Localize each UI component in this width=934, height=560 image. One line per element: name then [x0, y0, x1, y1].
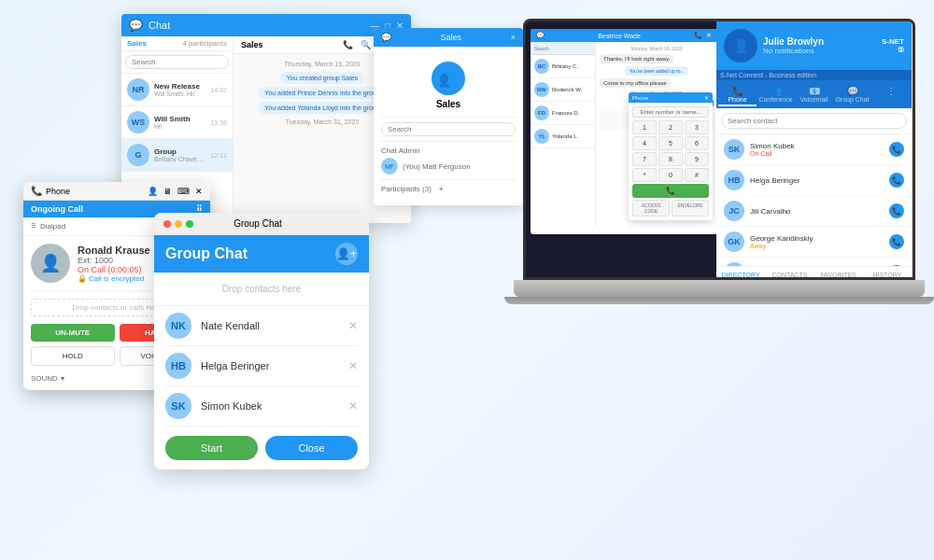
tab-more[interactable]: ⋮	[871, 82, 910, 106]
sales-search-input[interactable]	[381, 122, 516, 136]
dialer-key-0[interactable]: 0	[658, 168, 683, 182]
close-traffic-light[interactable]	[163, 220, 171, 228]
tab-favorites[interactable]: FAVORITES	[814, 270, 863, 280]
inner-msg-1: Thanks, I'll look right away.	[600, 54, 673, 63]
dialer-key-2[interactable]: 2	[658, 120, 683, 134]
search-icon[interactable]: 🔍	[361, 40, 371, 49]
inner-dialer-close[interactable]: ✕	[704, 94, 709, 101]
add-member-button[interactable]: 👤+	[335, 243, 358, 265]
access-code-btn[interactable]: ACCESS CODE	[632, 200, 670, 217]
dialer-key-6[interactable]: 6	[685, 136, 709, 150]
inner-contact-rw[interactable]: RW Roderick W.	[531, 78, 595, 102]
sales-panel-close[interactable]: ×	[511, 33, 516, 42]
group-contact-simon: SK Simon Kubek ✕	[165, 386, 358, 427]
inner-close-icon[interactable]: ✕	[706, 32, 712, 39]
chat-item-will-smith[interactable]: WS Will Smith Hi! 13:58	[121, 106, 233, 139]
phone-contacts-icon[interactable]: 👤	[148, 187, 158, 196]
envelope-btn[interactable]: ENVELOPE	[672, 200, 709, 217]
dialer-key-4[interactable]: 4	[632, 136, 657, 150]
inner-chat-title: Beatrice Wade	[598, 33, 641, 39]
dialer-key-8[interactable]: 8	[658, 152, 683, 166]
minimize-traffic-light[interactable]	[175, 220, 182, 228]
remove-simon-button[interactable]: ✕	[348, 399, 358, 413]
encrypted-label: Call is encrypted	[89, 274, 144, 283]
snet-contact-helga[interactable]: HB Helga Beringer 📞	[716, 165, 912, 196]
admin-avatar: MF	[381, 158, 398, 175]
status-george: Away	[750, 243, 884, 249]
status-simon: On Call	[750, 150, 884, 157]
group-chat-window: Group Chat Group Chat 👤+ Drop contacts h…	[154, 213, 369, 469]
tab-group-chat[interactable]: 💬 Group Chat	[833, 82, 871, 106]
dialer-key-5[interactable]: 5	[658, 136, 683, 150]
inner-search-input[interactable]	[534, 46, 591, 51]
dialer-key-7[interactable]: 7	[632, 152, 657, 166]
contact-preview-will-smith: Hi!	[154, 123, 205, 130]
contact-preview-group: Brittany Chavez has been re...	[154, 156, 205, 162]
call-george-btn[interactable]: 📞	[889, 234, 904, 249]
snet-search-input[interactable]	[721, 113, 907, 129]
sales-panel-icon: 💬	[381, 33, 391, 42]
phone-dialpad-icon[interactable]: ⌨	[177, 187, 190, 196]
phone-drop-text: Drop contacts or calls here	[72, 303, 161, 312]
call-jill-btn[interactable]: 📞	[889, 203, 904, 218]
group-drop-text: Drop contacts here	[222, 284, 302, 294]
phone-icon[interactable]: 📞	[343, 40, 353, 49]
inner-dialer-display: Enter number or name...	[632, 106, 709, 118]
tab-directory[interactable]: DIRECTORY	[716, 270, 765, 280]
inner-avatar-fd: FD	[534, 105, 549, 120]
sales-panel-body: 👥 Sales Chat Admin MF (You) Matt Ferguso…	[374, 47, 523, 205]
snet-contact-george[interactable]: GK George Kandinskiy Away 📞	[716, 227, 912, 258]
dialer-key-1[interactable]: 1	[632, 120, 657, 134]
contact-time-will-smith: 13:58	[210, 119, 227, 126]
dialer-key-9[interactable]: 9	[685, 152, 709, 166]
contact-info-new-release: New Release Will Smith: Hi!	[154, 82, 205, 97]
phone-screen-icon[interactable]: 🖥	[163, 187, 172, 196]
snet-contact-nate[interactable]: NK Nate Kendall 📞	[716, 258, 912, 266]
inner-contact-fd[interactable]: FD Frances D.	[531, 102, 595, 125]
add-participant-btn[interactable]: +	[439, 185, 444, 193]
call-simon-btn[interactable]: 📞	[889, 142, 904, 157]
sales-panel: 💬 Sales × 👥 Sales Chat Admin MF (You) Ma…	[374, 28, 523, 205]
phone-close-icon[interactable]: ✕	[195, 187, 203, 196]
admin-name: (You) Matt Ferguson	[403, 162, 471, 171]
chevron-down-icon[interactable]: ▾	[61, 374, 64, 383]
dialer-key-hash[interactable]: #	[685, 168, 709, 182]
chat-main-title: Sales	[241, 40, 263, 49]
inner-chat-header: 💬 Beatrice Wade 📞 ✕	[531, 29, 717, 42]
avatar-george: GK	[724, 231, 744, 252]
tab-contacts[interactable]: CONTACTS	[765, 270, 814, 280]
snet-contact-simon[interactable]: SK Simon Kubek On Call 📞	[716, 134, 912, 165]
dialer-key-3[interactable]: 3	[685, 120, 709, 134]
chat-search-input[interactable]	[125, 55, 229, 69]
snet-app-header: 👤 Julie Browlyn No notifications S-NET⑤	[716, 21, 912, 70]
sales-avatar-container: 👥 Sales	[381, 54, 516, 118]
snet-contact-jill[interactable]: JC Jill Carvalho 📞	[716, 196, 912, 227]
call-button[interactable]: 📞	[632, 184, 709, 198]
group-drop-zone[interactable]: Drop contacts here	[154, 273, 369, 306]
inner-contact-bc[interactable]: BC Brittany C.	[531, 55, 595, 78]
sales-group-avatar: 👥	[432, 62, 465, 95]
snet-contact-list: SK Simon Kubek On Call 📞 HB Helga Bering…	[716, 134, 912, 266]
inner-contact-yl[interactable]: YL Yolanda L.	[531, 125, 595, 148]
tab-conference[interactable]: 👥 Conference	[757, 82, 795, 106]
tab-voicemail[interactable]: 📧 Voicemail	[795, 82, 833, 106]
tab-phone[interactable]: 📞 Phone	[718, 82, 757, 106]
tab-history[interactable]: HISTORY	[863, 270, 912, 280]
unmute-button[interactable]: UN-MUTE	[31, 324, 115, 342]
snet-user-status: No notifications	[763, 47, 876, 55]
remove-helga-button[interactable]: ✕	[348, 359, 358, 372]
expand-traffic-light[interactable]	[186, 220, 193, 228]
dialer-key-star[interactable]: *	[632, 168, 657, 182]
phone-titlebar: 📞 Phone 👤 🖥 ⌨ ✕	[23, 182, 210, 201]
start-group-chat-button[interactable]: Start	[165, 436, 258, 460]
hold-button[interactable]: HOLD	[31, 346, 115, 366]
dialpad-icon[interactable]: ⠿	[31, 222, 36, 231]
inner-phone-icon[interactable]: 📞	[694, 32, 702, 39]
chat-item-group[interactable]: G Group Brittany Chavez has been re... 1…	[121, 139, 233, 172]
close-group-chat-button[interactable]: Close	[265, 436, 358, 460]
chat-item-new-release[interactable]: NR New Release Will Smith: Hi! 14:07	[121, 74, 233, 106]
call-helga-btn[interactable]: 📞	[889, 173, 904, 188]
contact-avatar-new-release: NR	[127, 78, 149, 101]
inner-avatar-rw: RW	[534, 82, 549, 97]
remove-nate-button[interactable]: ✕	[348, 319, 358, 332]
